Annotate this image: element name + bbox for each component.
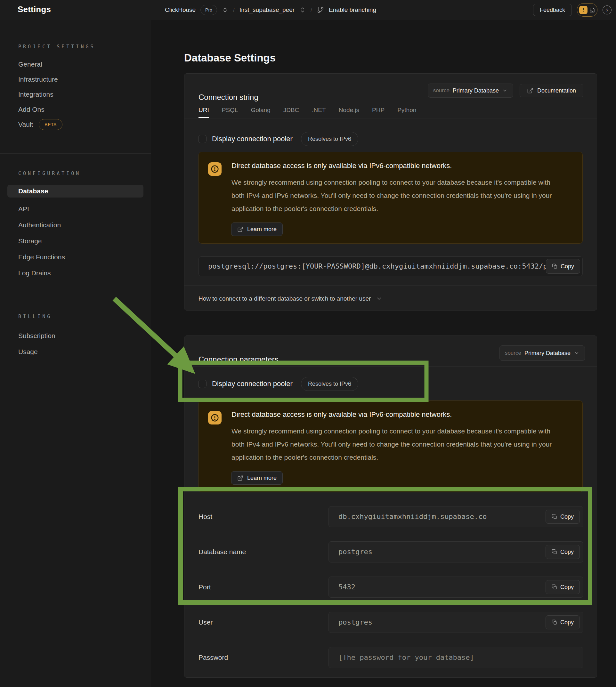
copy-button[interactable]: Copy [546,510,580,524]
top-bar: Settings ClickHouse Pro / first_supabase… [0,0,616,20]
section-title: PROJECT SETTINGS [18,44,144,50]
header-actions: Feedback ! ? [533,0,612,20]
alert-icon: ! [579,6,588,14]
copy-button[interactable]: Copy [546,259,580,274]
connection-parameters-card: Connection parameters source Primary Dat… [184,335,597,678]
copy-button[interactable]: Copy [546,545,580,559]
port-field: 5432 Copy [329,577,584,598]
learn-more-label: Learn more [247,226,277,233]
copy-label: Copy [560,513,574,520]
source-select[interactable]: source Primary Database [500,346,585,361]
inbox-icon [589,7,595,13]
settings-sidebar: PROJECT SETTINGS General Infrastructure … [0,20,151,687]
sidebar-item-edge-functions[interactable]: Edge Functions [7,249,144,265]
org-name[interactable]: ClickHouse [165,6,196,14]
tab-python[interactable]: Python [397,107,416,118]
documentation-button[interactable]: Documentation [520,84,584,97]
breadcrumb: ClickHouse Pro / first_supabase_peer / E… [165,0,376,20]
warning-title: Direct database access is only available… [232,411,452,419]
display-pooler-checkbox[interactable] [198,380,206,388]
sidebar-item-subscription[interactable]: Subscription [7,328,144,344]
external-link-icon [237,226,243,232]
copy-icon [552,549,557,555]
sidebar-item-add-ons[interactable]: Add Ons [7,102,144,117]
section-title: CONFIGURATION [18,171,144,176]
database-name-value[interactable]: postgres [329,542,583,562]
copy-label: Copy [560,619,574,626]
sidebar-item-general[interactable]: General [7,57,144,72]
copy-button[interactable]: Copy [546,580,580,594]
copy-icon [552,584,557,590]
external-link-icon [527,87,533,94]
copy-icon [552,619,557,625]
enable-branching-label[interactable]: Enable branching [329,6,376,14]
switch-database-label: How to connect to a different database o… [198,295,371,302]
source-select[interactable]: source Primary Database [428,84,513,98]
switch-database-expander[interactable]: How to connect to a different database o… [198,292,382,305]
tab-psql[interactable]: PSQL [222,107,238,118]
plan-badge: Pro [200,5,217,15]
source-select-value: Primary Database [524,350,571,357]
host-value[interactable]: db.cxhygiuitamxhniiddjm.supabase.co [329,506,583,527]
feedback-button[interactable]: Feedback [533,4,572,16]
chevrons-up-down-icon[interactable] [299,7,306,13]
ipv6-badge: Resolves to IPv6 [301,132,358,146]
project-name[interactable]: first_supabase_peer [240,6,294,14]
sidebar-section-project-settings: PROJECT SETTINGS General Infrastructure … [0,20,151,154]
warning-body: We strongly recommend using connection p… [232,424,555,464]
tab-golang[interactable]: Golang [251,107,270,118]
sidebar-item-database[interactable]: Database [7,185,144,198]
ipv6-warning-banner: Direct database access is only available… [198,400,583,492]
ipv6-warning-banner: Direct database access is only available… [198,152,583,244]
connection-parameter-fields: Host db.cxhygiuitamxhniiddjm.supabase.co… [198,506,584,682]
password-field[interactable]: [The password for your database] [329,647,584,668]
connection-uri-field: postgresql://postgres:[YOUR-PASSWORD]@db… [198,257,583,276]
chevron-down-icon [502,88,508,93]
copy-icon [552,514,557,519]
documentation-label: Documentation [537,87,576,94]
sidebar-item-log-drains[interactable]: Log Drains [7,265,144,281]
host-row: Host db.cxhygiuitamxhniiddjm.supabase.co… [198,506,584,527]
sidebar-item-authentication[interactable]: Authentication [7,217,144,233]
sidebar-item-infrastructure[interactable]: Infrastructure [7,72,144,87]
copy-label: Copy [560,584,574,591]
learn-more-button[interactable]: Learn more [231,471,283,485]
connection-uri-value[interactable]: postgresql://postgres:[YOUR-PASSWORD]@db… [199,257,582,276]
tab-dotnet[interactable]: .NET [312,107,326,118]
user-row: User postgres Copy [198,612,584,633]
field-label: User [198,619,329,626]
copy-label: Copy [560,263,574,270]
tab-php[interactable]: PHP [372,107,384,118]
chevron-down-icon [376,295,382,302]
sidebar-item-api[interactable]: API [7,201,144,217]
copy-label: Copy [560,549,574,555]
sidebar-item-label: Vault [18,121,33,128]
app-title: Settings [18,4,51,15]
sidebar-item-storage[interactable]: Storage [7,233,144,249]
display-pooler-checkbox[interactable] [198,135,206,143]
port-value[interactable]: 5432 [329,577,583,597]
connection-string-tabs: URI PSQL Golang JDBC .NET Node.js PHP Py… [198,107,416,118]
warning-body: We strongly recommend using connection p… [232,176,555,215]
learn-more-button[interactable]: Learn more [231,222,283,236]
port-row: Port 5432 Copy [198,577,584,598]
tab-nodejs[interactable]: Node.js [339,107,359,118]
copy-icon [552,264,558,269]
notification-avatar-button[interactable]: ! [577,3,597,17]
database-name-field: postgres Copy [329,541,584,562]
learn-more-label: Learn more [247,475,277,482]
chevrons-up-down-icon[interactable] [222,7,228,13]
sidebar-item-vault[interactable]: Vault BETA [7,117,144,132]
chevron-down-icon [574,350,579,356]
tab-uri[interactable]: URI [198,107,209,118]
sidebar-item-usage[interactable]: Usage [7,344,144,360]
user-value[interactable]: postgres [329,612,583,633]
source-select-value: Primary Database [453,87,499,94]
page-title: Database Settings [184,52,276,64]
git-branch-icon [317,6,324,14]
tab-jdbc[interactable]: JDBC [283,107,299,118]
sidebar-item-integrations[interactable]: Integrations [7,87,144,102]
help-button[interactable]: ? [602,5,612,15]
copy-button[interactable]: Copy [546,615,580,629]
host-field: db.cxhygiuitamxhniiddjm.supabase.co Copy [329,506,584,527]
